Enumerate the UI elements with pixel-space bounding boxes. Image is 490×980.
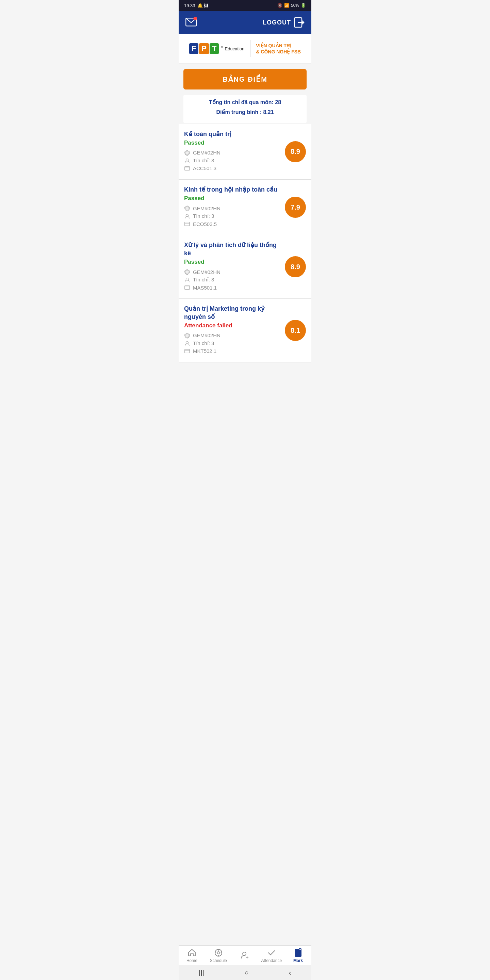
course-score-0: 8.9 [285,141,306,162]
svg-rect-5 [185,167,189,170]
total-credits: Tổng tín chỉ đã qua môn: 28 [190,98,300,108]
course-name-1: Kinh tế trong hội nhập toàn cầu [184,186,281,194]
svg-rect-14 [185,350,189,353]
course-info-3: Quản trị Marketing trong kỷ nguyên số At… [184,305,285,356]
course-name-0: Kế toán quản trị [184,130,281,138]
course-info-2: Xử lý và phân tích dữ liệu thống kê Pass… [184,241,285,292]
bang-diem-button[interactable]: BẢNG ĐIỂM [183,69,307,89]
fpt-logo: F P T ® Education [189,43,245,54]
logout-button[interactable]: LOGOUT [263,17,305,28]
course-class-2: GEM#02HN [184,269,281,275]
battery-text: 50% [291,3,299,8]
logo-divider [250,40,250,57]
course-info-1: Kinh tế trong hội nhập toàn cầu Passed G… [184,186,285,229]
status-bar: 19:33 🔔 🖼 🔇 📶 50% 🔋 [179,0,311,11]
course-credits-1: Tín chỉ: 3 [184,213,281,219]
mail-button[interactable] [185,17,198,28]
course-credits-2: Tín chỉ: 3 [184,277,281,283]
course-class-0: GEM#02HN [184,150,281,156]
course-class-1: GEM#02HN [184,205,281,211]
course-status-2: Passed [184,259,281,266]
course-class-3: GEM#02HN [184,332,281,339]
course-credits-3: Tín chỉ: 3 [184,340,281,347]
svg-point-1 [193,17,197,21]
course-status-3: Attendance failed [184,322,281,329]
fpt-f-letter: F [189,43,198,54]
course-item-3[interactable]: Quản trị Marketing trong kỷ nguyên số At… [179,299,311,363]
course-score-3: 8.1 [285,320,306,341]
course-name-3: Quản trị Marketing trong kỷ nguyên số [184,305,281,321]
course-status-1: Passed [184,195,281,202]
wifi-icon: 📶 [284,3,289,8]
course-code-0: ACC501.3 [184,165,281,172]
course-status-0: Passed [184,140,281,146]
fpt-reg-mark: ® [221,46,223,49]
course-score-1: 7.9 [285,197,306,218]
course-credits-0: Tín chỉ: 3 [184,158,281,164]
course-score-2: 8.9 [285,256,306,277]
course-name-2: Xử lý và phân tích dữ liệu thống kê [184,241,281,257]
status-right: 🔇 📶 50% 🔋 [277,3,306,8]
avg-score: Điểm trung bình : 8.21 [190,108,300,118]
mute-icon: 🔇 [277,3,282,8]
education-text: Education [224,46,244,51]
status-time: 19:33 [184,3,195,8]
course-item-1[interactable]: Kinh tế trong hội nhập toàn cầu Passed G… [179,180,311,235]
course-code-2: MAS501.1 [184,285,281,291]
battery-icon: 🔋 [301,3,306,8]
logout-label: LOGOUT [263,19,291,26]
course-item-2[interactable]: Xử lý và phân tích dữ liệu thống kê Pass… [179,235,311,299]
status-icons: 🔔 🖼 [197,3,208,8]
svg-rect-11 [185,286,189,290]
fpt-t-letter: T [210,43,219,54]
course-item-0[interactable]: Kế toán quản trị Passed GEM#02HN Tín chỉ… [179,124,311,180]
svg-rect-8 [185,222,189,226]
stats-section: Tổng tín chỉ đã qua môn: 28 Điểm trung b… [183,95,307,123]
fsb-title: VIỆN QUẢN TRỊ & CÔNG NGHỆ FSB [256,43,301,55]
course-code-1: ECO503.5 [184,221,281,227]
course-info-0: Kế toán quản trị Passed GEM#02HN Tín chỉ… [184,130,285,173]
course-list: Kế toán quản trị Passed GEM#02HN Tín chỉ… [179,124,311,363]
app-header: LOGOUT [179,11,311,34]
logo-section: F P T ® Education VIỆN QUẢN TRỊ & CÔNG N… [179,34,311,64]
fpt-p-letter: P [199,43,209,54]
course-code-3: MKT502.1 [184,348,281,354]
